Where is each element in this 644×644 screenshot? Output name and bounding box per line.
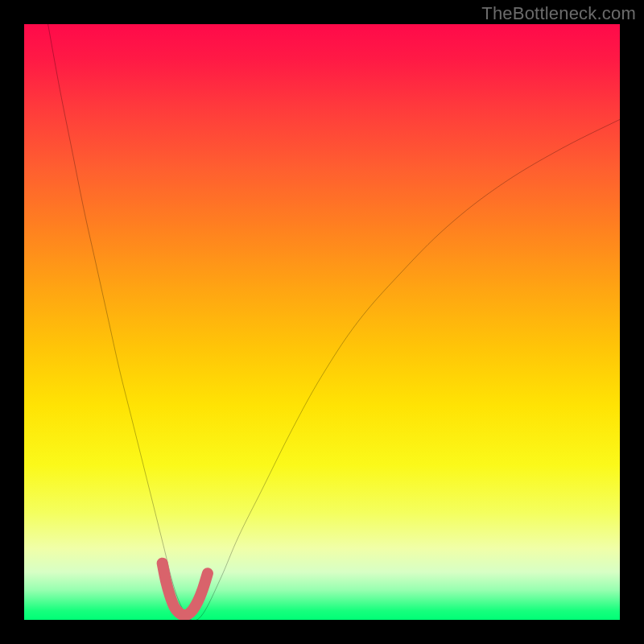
watermark-text: TheBottleneck.com xyxy=(481,3,636,24)
optimal-region-highlight xyxy=(163,564,208,615)
bottleneck-curve xyxy=(48,24,620,620)
chart-frame: TheBottleneck.com xyxy=(0,0,644,644)
plot-area xyxy=(24,24,620,620)
chart-svg xyxy=(24,24,620,620)
